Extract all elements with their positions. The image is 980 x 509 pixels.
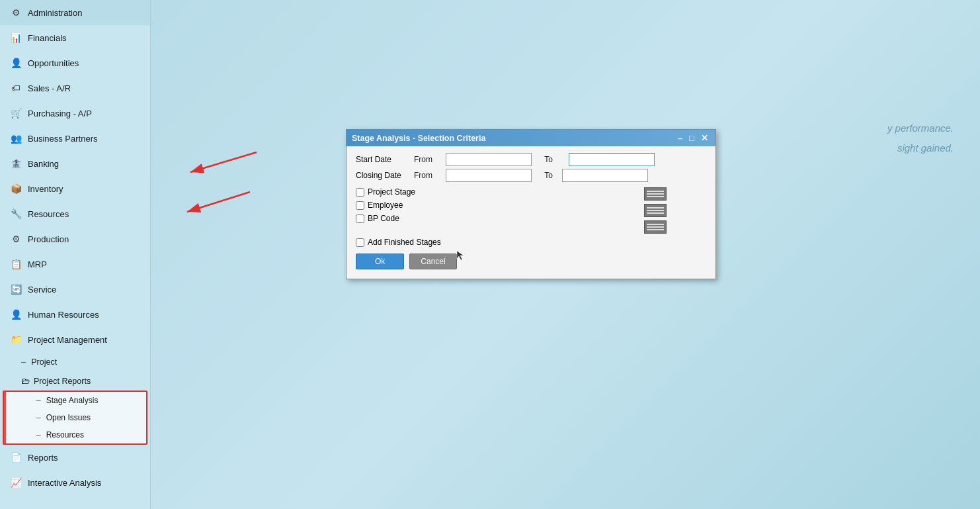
banking-icon: 🏦	[9, 157, 22, 170]
employee-checkbox[interactable]	[356, 201, 364, 210]
administration-icon: ⚙	[9, 6, 22, 19]
interactive-analysis-icon: 📈	[9, 476, 22, 489]
sidebar-subitem-project-reports[interactable]: 🗁 Project Reports	[0, 371, 150, 391]
to-label-1: To	[537, 155, 560, 164]
from-label-2: From	[414, 171, 444, 180]
bg-text-performance-full: y performance.	[887, 122, 954, 134]
sidebar-item-sales-ar[interactable]: 🏷 Sales - A/R	[0, 75, 150, 101]
closing-date-from-input[interactable]	[446, 169, 532, 182]
svg-line-2	[187, 192, 250, 212]
project-reports-submenu: – Stage Analysis – Open Issues – Resourc…	[3, 391, 147, 445]
sidebar-subitem-stage-analysis[interactable]: – Stage Analysis	[4, 392, 146, 409]
mrp-icon: 📋	[9, 257, 22, 271]
mini-btn-1[interactable]	[644, 187, 667, 201]
sidebar: ⚙ Administration 📊 Financials 👤 Opportun…	[0, 0, 151, 509]
reports-icon: 📄	[9, 451, 22, 464]
human-resources-icon: 👤	[9, 308, 22, 321]
sidebar-item-mrp[interactable]: 📋 MRP	[0, 252, 150, 277]
bp-code-checkbox[interactable]	[356, 214, 364, 223]
sidebar-item-production[interactable]: ⚙ Production	[0, 226, 150, 252]
start-date-label: Start Date	[356, 155, 412, 164]
add-finished-stages-label: Add Finished Stages	[368, 238, 441, 247]
dialog-titlebar: Stage Analysis - Selection Criteria – □ …	[347, 130, 715, 146]
sidebar-item-banking[interactable]: 🏦 Banking	[0, 151, 150, 176]
main-content: y performance. sight gained. Stage Analy…	[151, 0, 980, 509]
financials-icon: 📊	[9, 31, 22, 44]
sidebar-subitem-project[interactable]: – Project	[0, 352, 150, 371]
dialog-body: Start Date From To Closing Date From To	[347, 146, 715, 279]
project-stage-row: Project Stage	[356, 187, 644, 197]
mini-btn-2[interactable]	[644, 204, 667, 217]
folder-icon: 🗁	[21, 376, 30, 386]
ok-button[interactable]: Ok	[356, 254, 404, 269]
sidebar-item-resources[interactable]: 🔧 Resources	[0, 201, 150, 226]
project-management-icon: 📁	[9, 333, 22, 346]
sidebar-item-inventory[interactable]: 📦 Inventory	[0, 176, 150, 201]
cancel-button[interactable]: Cancel	[409, 254, 456, 269]
stage-analysis-dialog: Stage Analysis - Selection Criteria – □ …	[346, 129, 716, 279]
close-button[interactable]: ✕	[699, 133, 710, 143]
employee-label: Employee	[368, 201, 403, 210]
dialog-buttons: Ok Cancel	[356, 254, 706, 269]
sidebar-item-purchasing-ap[interactable]: 🛒 Purchasing - A/P	[0, 101, 150, 126]
mini-btn-groups	[644, 187, 667, 234]
to-label-2: To	[537, 171, 560, 180]
start-date-from-input[interactable]	[446, 153, 532, 166]
dialog-title: Stage Analysis - Selection Criteria	[352, 134, 485, 143]
add-finished-stages-checkbox[interactable]	[356, 238, 364, 247]
add-finished-stages-row: Add Finished Stages	[356, 238, 706, 247]
service-icon: 🔄	[9, 283, 22, 296]
sidebar-item-service[interactable]: 🔄 Service	[0, 277, 150, 302]
bp-code-row: BP Code	[356, 214, 644, 223]
svg-line-0	[190, 152, 257, 172]
titlebar-controls: – □ ✕	[676, 133, 710, 143]
sidebar-subitem-open-issues[interactable]: – Open Issues	[4, 409, 146, 426]
project-stage-checkbox[interactable]	[356, 188, 364, 197]
sidebar-item-reports[interactable]: 📄 Reports	[0, 445, 150, 470]
maximize-button[interactable]: □	[687, 133, 696, 143]
sidebar-subitem-resources-sub[interactable]: – Resources	[4, 426, 146, 443]
sidebar-item-interactive-analysis[interactable]: 📈 Interactive Analysis	[0, 470, 150, 495]
inventory-icon: 📦	[9, 182, 22, 195]
closing-date-label: Closing Date	[356, 171, 412, 180]
sidebar-item-opportunities[interactable]: 👤 Opportunities	[0, 50, 150, 75]
purchasing-ap-icon: 🛒	[9, 107, 22, 120]
business-partners-icon: 👥	[9, 132, 22, 145]
sidebar-item-financials[interactable]: 📊 Financials	[0, 25, 150, 50]
opportunities-icon: 👤	[9, 56, 22, 69]
bg-text-insight-full: sight gained.	[897, 142, 954, 154]
start-date-to-input[interactable]	[569, 153, 655, 166]
employee-row: Employee	[356, 201, 644, 210]
sidebar-item-administration[interactable]: ⚙ Administration	[0, 0, 150, 25]
sidebar-item-business-partners[interactable]: 👥 Business Partners	[0, 126, 150, 151]
sidebar-item-human-resources[interactable]: 👤 Human Resources	[0, 302, 150, 327]
cursor-indicator	[456, 250, 465, 264]
minimize-button[interactable]: –	[676, 133, 684, 143]
production-icon: ⚙	[9, 232, 22, 246]
mini-btn-3[interactable]	[644, 220, 667, 234]
resources-icon: 🔧	[9, 207, 22, 220]
project-stage-label: Project Stage	[368, 187, 415, 197]
closing-date-to-input[interactable]	[562, 169, 648, 182]
sales-ar-icon: 🏷	[9, 81, 22, 95]
from-label-1: From	[414, 155, 444, 164]
bp-code-label: BP Code	[368, 214, 399, 223]
sidebar-item-project-management[interactable]: 📁 Project Management	[0, 327, 150, 352]
